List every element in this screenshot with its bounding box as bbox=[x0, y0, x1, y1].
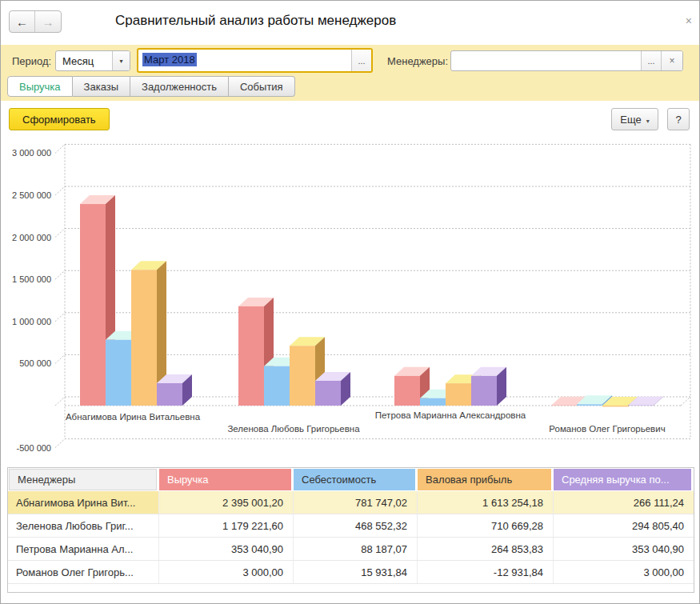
managers-label: Менеджеры: bbox=[387, 55, 448, 67]
more-button[interactable]: Еще▾ bbox=[611, 108, 658, 130]
gross-profit-cell: 710 669,28 bbox=[418, 514, 554, 537]
svg-text:Петрова Марианна Александровна: Петрова Марианна Александровна bbox=[375, 410, 526, 420]
column-header-managers: Менеджеры bbox=[9, 469, 157, 490]
filter-panel: Период: Месяц ▾ Март 2018 ... Менеджеры:… bbox=[1, 45, 699, 101]
managers-clear-icon[interactable]: × bbox=[661, 51, 682, 70]
forward-arrow-icon: → bbox=[42, 15, 54, 29]
svg-text:1 000 000: 1 000 000 bbox=[12, 317, 51, 326]
tab-orders[interactable]: Заказы bbox=[73, 76, 130, 97]
date-input-wrap: Март 2018 ... bbox=[137, 48, 373, 73]
gross-profit-cell: -12 931,84 bbox=[418, 561, 554, 583]
period-label: Период: bbox=[12, 55, 51, 67]
cost-cell: 88 187,07 bbox=[294, 538, 418, 560]
chevron-down-icon: ▾ bbox=[646, 118, 650, 125]
tab-bar: Выручка Заказы Задолженность События bbox=[7, 76, 295, 97]
date-picker-button[interactable]: ... bbox=[351, 50, 371, 71]
column-header-revenue: Выручка bbox=[159, 469, 291, 490]
column-header-avg-revenue: Средняя выручка по... bbox=[554, 469, 691, 490]
svg-text:2 500 000: 2 500 000 bbox=[12, 190, 51, 200]
revenue-cell: 1 179 221,60 bbox=[159, 514, 294, 537]
managers-table: Менеджеры Выручка Себестоимость Валовая … bbox=[7, 467, 694, 593]
cost-cell: 15 931,84 bbox=[294, 561, 418, 583]
revenue-cell: 3 000,00 bbox=[159, 561, 294, 583]
avg-revenue-cell: 266 111,24 bbox=[554, 491, 694, 514]
column-header-cost: Себестоимость bbox=[294, 469, 415, 490]
gross-profit-cell: 1 613 254,18 bbox=[418, 491, 554, 514]
help-button[interactable]: ? bbox=[667, 108, 690, 130]
manager-name-cell: Петрова Марианна Ал... bbox=[8, 538, 159, 560]
window-header: ← → Сравнительный анализ работы менеджер… bbox=[1, 1, 699, 45]
table-row[interactable]: Абнагимова Ирина Вит... 2 395 001,20 781… bbox=[8, 491, 694, 514]
back-arrow-icon: ← bbox=[16, 15, 28, 29]
avg-revenue-cell: 294 805,40 bbox=[554, 514, 694, 537]
svg-text:Романов Олег Григорьевич: Романов Олег Григорьевич bbox=[549, 424, 665, 434]
table-header: Менеджеры Выручка Себестоимость Валовая … bbox=[8, 468, 694, 491]
cost-cell: 781 747,02 bbox=[294, 491, 418, 514]
chart-area: 3 000 0002 500 0002 000 0001 500 0001 00… bbox=[1, 141, 700, 461]
managers-input-wrap: ... × bbox=[450, 50, 683, 71]
tab-revenue[interactable]: Выручка bbox=[7, 76, 73, 97]
page-title: Сравнительный анализ работы менеджеров bbox=[115, 13, 396, 29]
chevron-down-icon[interactable]: ▾ bbox=[112, 51, 130, 70]
svg-text:Абнагимова Ирина Витальевна: Абнагимова Ирина Витальевна bbox=[66, 412, 201, 422]
report-window: ← → Сравнительный анализ работы менеджер… bbox=[0, 0, 700, 604]
tab-debt[interactable]: Задолженность bbox=[130, 76, 229, 97]
table-row[interactable]: Романов Олег Григорь... 3 000,00 15 931,… bbox=[8, 561, 694, 584]
avg-revenue-cell: 3 000,00 bbox=[554, 561, 694, 583]
back-button[interactable]: ← bbox=[10, 11, 35, 32]
date-value-selected: Март 2018 bbox=[142, 53, 197, 66]
forward-button[interactable]: → bbox=[35, 11, 61, 32]
cost-cell: 468 552,32 bbox=[294, 514, 418, 537]
svg-text:2 000 000: 2 000 000 bbox=[12, 233, 51, 242]
tab-events[interactable]: События bbox=[229, 76, 295, 97]
manager-name-cell: Зеленова Любовь Григ... bbox=[8, 514, 159, 537]
column-header-gross-profit: Валовая прибыль bbox=[418, 469, 551, 490]
period-select[interactable]: Месяц ▾ bbox=[55, 50, 130, 71]
more-label: Еще bbox=[620, 114, 641, 126]
manager-name-cell: Абнагимова Ирина Вит... bbox=[8, 491, 159, 514]
period-value: Месяц bbox=[56, 51, 112, 70]
date-input[interactable]: Март 2018 bbox=[138, 50, 351, 71]
svg-text:Зеленова Любовь Григорьевна: Зеленова Любовь Григорьевна bbox=[227, 424, 360, 434]
nav-button-group: ← → bbox=[9, 10, 62, 33]
svg-text:3 000 000: 3 000 000 bbox=[12, 148, 51, 158]
table-row[interactable]: Зеленова Любовь Григ... 1 179 221,60 468… bbox=[8, 514, 694, 538]
generate-button[interactable]: Сформировать bbox=[9, 108, 110, 130]
svg-text:1 500 000: 1 500 000 bbox=[12, 274, 51, 284]
svg-text:500 000: 500 000 bbox=[19, 358, 51, 368]
gross-profit-cell: 264 853,83 bbox=[418, 538, 554, 560]
svg-text:-500 000: -500 000 bbox=[17, 443, 51, 453]
managers-picker-button[interactable]: ... bbox=[641, 51, 661, 70]
table-row[interactable]: Петрова Марианна Ал... 353 040,90 88 187… bbox=[8, 538, 694, 561]
revenue-cell: 2 395 001,20 bbox=[159, 491, 294, 514]
close-icon[interactable]: × bbox=[686, 14, 692, 27]
avg-revenue-cell: 353 040,90 bbox=[554, 538, 694, 560]
revenue-cell: 353 040,90 bbox=[159, 538, 294, 560]
chart-svg: 3 000 0002 500 0002 000 0001 500 0001 00… bbox=[1, 141, 700, 461]
manager-name-cell: Романов Олег Григорь... bbox=[8, 561, 159, 583]
managers-input[interactable] bbox=[451, 51, 641, 70]
